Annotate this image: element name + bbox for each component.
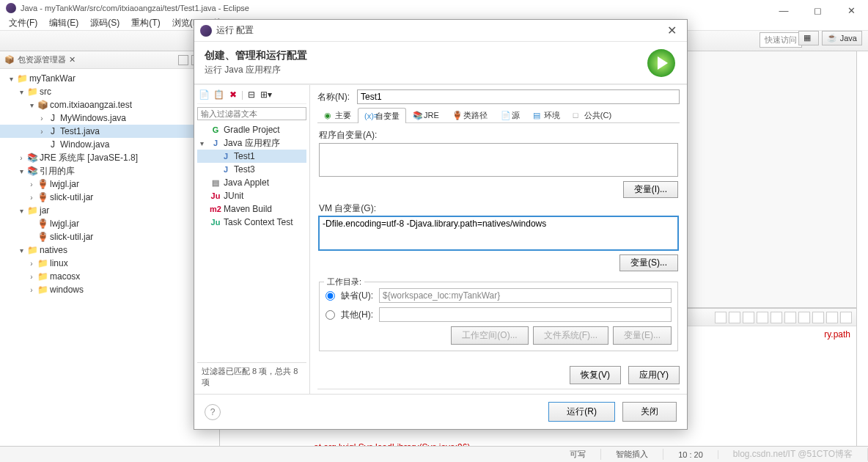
dialog-heading: 创建、管理和运行配置 [205, 49, 307, 62]
scroll-lock-icon[interactable] [770, 312, 782, 323]
eclipse-icon [6, 3, 16, 13]
apply-button[interactable]: 应用(Y) [628, 366, 680, 384]
delete-icon[interactable]: ✖ [227, 89, 240, 100]
tree[interactable]: ▾📁myTankWar▾📁src▾📦com.itxiaoangzai.test›… [0, 69, 219, 462]
tree-item[interactable]: ▾📁myTankWar [0, 72, 219, 85]
package-icon: 📦 [4, 55, 15, 65]
duplicate-icon[interactable]: 📋 [212, 89, 225, 100]
view-title: 包资源管理器 [18, 54, 66, 65]
tab-源[interactable]: 📄源 [494, 107, 526, 122]
watermark: blog.csdn.net/IT @51CTO博客 [718, 448, 868, 461]
name-input[interactable] [357, 89, 680, 104]
run-configurations-dialog: 运行 配置 ✕ 创建、管理和运行配置 运行 Java 应用程序 📄 📋 ✖ | … [194, 19, 688, 430]
tree-item[interactable]: ›📚JRE 系统库 [JavaSE-1.8] [0, 151, 219, 164]
dialog-close-button[interactable]: ✕ [663, 23, 681, 37]
tree-item[interactable]: JWindow.java [0, 138, 219, 151]
new-config-icon[interactable]: 📄 [197, 89, 210, 100]
window-title: Java - myTankWar/src/com/itxiaoangzai/te… [21, 4, 249, 12]
config-item[interactable]: ▤Java Applet [197, 176, 306, 189]
tab-JRE[interactable]: 📚JRE [406, 107, 446, 122]
eclipse-icon [200, 25, 212, 37]
expand-icon[interactable]: ⊞▾ [260, 89, 273, 100]
help-icon[interactable]: ? [205, 404, 221, 420]
program-args-input[interactable] [319, 143, 678, 177]
tree-item[interactable]: ▾📁natives [0, 243, 219, 257]
perspective-switcher[interactable]: ▦ [798, 31, 819, 45]
menu-edit[interactable]: 编辑(E) [43, 16, 84, 30]
tree-item[interactable]: ▾📚引用的库 [0, 164, 219, 177]
close-view-icon[interactable]: ✕ [69, 55, 76, 65]
config-item[interactable]: m2Maven Build [197, 202, 306, 216]
maximize-button[interactable]: ◻ [801, 0, 834, 21]
run-button[interactable]: 运行(R) [548, 402, 615, 422]
tab-环境[interactable]: ▤环境 [526, 107, 567, 122]
java-perspective[interactable]: ☕Java [822, 31, 862, 45]
close-window-button[interactable]: ✕ [834, 0, 868, 21]
dialog-subheading: 运行 Java 应用程序 [205, 64, 307, 76]
tree-item[interactable]: ›📁windows [0, 283, 219, 296]
config-item[interactable]: JTest1 [197, 150, 306, 163]
name-label: 名称(N): [317, 91, 350, 103]
menu-source[interactable]: 源码(S) [84, 16, 125, 30]
vm-args-label: VM 自变量(G): [319, 202, 678, 215]
tree-item[interactable]: ▾📁src [0, 85, 219, 98]
filter-input[interactable] [197, 107, 306, 120]
config-tree[interactable]: GGradle Project▾JJava 应用程序JTest1JTest3▤J… [197, 123, 306, 229]
config-item[interactable]: JuTask Context Test [197, 216, 306, 229]
tree-item[interactable]: 🏺lwjgl.jar [0, 217, 219, 230]
other-label: 其他(H): [341, 309, 373, 321]
config-item[interactable]: ▾JJava 应用程序 [197, 136, 306, 150]
writable-indicator: 可写 [555, 449, 601, 460]
window-titlebar: Java - myTankWar/src/com/itxiaoangzai/te… [0, 0, 868, 16]
other-path[interactable] [379, 307, 672, 322]
vm-args-input[interactable]: -Dfile.encoding=utf-8 -Djava.library.pat… [319, 216, 678, 250]
grid-icon: ▦ [803, 33, 814, 43]
config-item[interactable]: GGradle Project [197, 123, 306, 136]
tree-item[interactable]: ▾📦com.itxiaoangzai.test [0, 98, 219, 111]
default-label: 缺省(U): [341, 290, 373, 302]
remove-all-icon[interactable] [743, 312, 754, 323]
tab-公共(C)[interactable]: □公共(C) [567, 107, 618, 122]
right-trim [856, 51, 868, 462]
tree-item[interactable]: ▾📁jar [0, 204, 219, 217]
filter-status: 过滤器已匹配 8 项，总共 8 项 [197, 362, 306, 391]
minimize-button[interactable]: — [767, 0, 801, 21]
terminate-icon[interactable] [715, 312, 727, 323]
java-icon: ☕ [827, 33, 837, 43]
tree-item[interactable]: ›🏺lwjgl.jar [0, 177, 219, 191]
other-radio[interactable] [326, 310, 335, 320]
clear-console-icon[interactable] [757, 312, 768, 323]
tree-item[interactable]: ›📁linux [0, 257, 219, 270]
tab-自变量[interactable]: (x)=自变量 [358, 108, 406, 123]
restore-button[interactable]: 恢复(V) [570, 366, 621, 384]
tree-item[interactable]: ›🏺slick-util.jar [0, 191, 219, 204]
config-item[interactable]: JTest3 [197, 163, 306, 176]
tree-item[interactable]: ›📁macosx [0, 270, 219, 283]
max-icon[interactable] [840, 312, 852, 323]
tree-item[interactable]: 🏺slick-util.jar [0, 230, 219, 243]
filter-config-icon[interactable]: ⊟ [245, 89, 258, 100]
variables-button-3[interactable]: 变量(E)... [613, 326, 672, 345]
tab-主要[interactable]: ◉主要 [317, 107, 358, 122]
filesystem-button[interactable]: 文件系统(F)... [533, 326, 608, 345]
default-radio[interactable] [326, 291, 335, 301]
variables-button-1[interactable]: 变量(I)... [623, 181, 678, 198]
tree-item[interactable]: ›JTest1.java [0, 125, 219, 138]
config-item[interactable]: JuJUnit [197, 189, 306, 202]
close-button[interactable]: 关闭 [622, 402, 677, 422]
workspace-button[interactable]: 工作空间(O)... [451, 326, 528, 345]
open-console-icon[interactable] [812, 312, 824, 323]
display-selected-icon[interactable] [798, 312, 810, 323]
remove-launch-icon[interactable] [729, 312, 740, 323]
tree-item[interactable]: ›JMyWindows.java [0, 111, 219, 125]
min-icon[interactable] [826, 312, 838, 323]
menu-file[interactable]: 文件(F) [3, 16, 43, 30]
workdir-label: 工作目录: [324, 276, 364, 287]
collapse-icon[interactable] [178, 55, 188, 65]
quick-access-input[interactable]: 快速访问 [760, 32, 802, 48]
pin-console-icon[interactable] [784, 312, 796, 323]
default-path [379, 288, 672, 303]
menu-refactor[interactable]: 重构(T) [125, 16, 166, 30]
variables-button-2[interactable]: 变量(S)... [619, 254, 678, 271]
tab-类路径[interactable]: 🏺类路径 [446, 107, 494, 122]
